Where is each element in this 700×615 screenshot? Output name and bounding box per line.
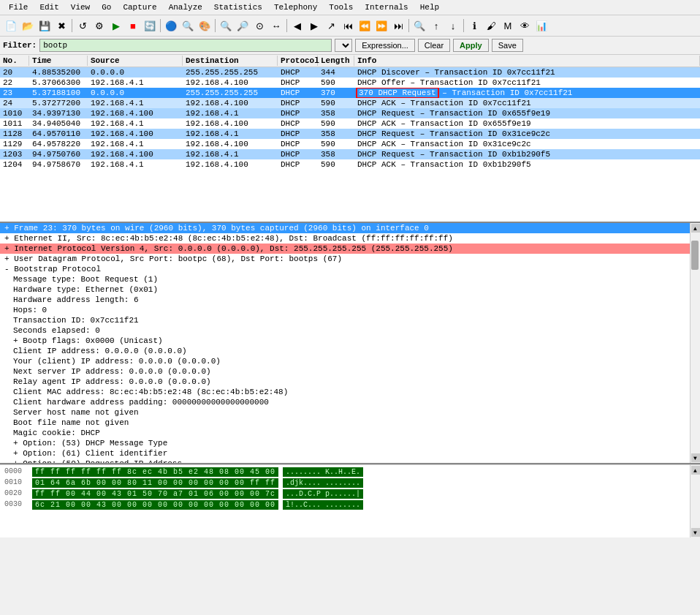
- save-filter-button[interactable]: Save: [492, 39, 523, 52]
- next-packet-button[interactable]: ⏩: [373, 18, 389, 34]
- packet-row[interactable]: 24 5.37277200 192.168.4.1 192.168.4.100 …: [0, 98, 700, 108]
- packet-row[interactable]: 22 5.37066300 192.168.4.1 192.168.4.100 …: [0, 78, 700, 88]
- display-filters-button[interactable]: 🔍: [180, 18, 196, 34]
- detail-frame[interactable]: + Frame 23: 370 bytes on wire (2960 bits…: [0, 223, 690, 233]
- menu-internals[interactable]: Internals: [359, 1, 414, 13]
- clear-button[interactable]: Clear: [418, 39, 450, 52]
- open-button[interactable]: 📂: [20, 18, 36, 34]
- packet-row[interactable]: 20 4.88535200 0.0.0.0 255.255.255.255 DH…: [0, 67, 700, 78]
- zoom-out-button[interactable]: 🔎: [235, 18, 251, 34]
- packet-row-selected[interactable]: 23 5.37188100 0.0.0.0 255.255.255.255 DH…: [0, 88, 700, 98]
- packet-row[interactable]: 1128 64.9570110 192.168.4.100 192.168.4.…: [0, 129, 700, 139]
- zoom-in-button[interactable]: 🔍: [218, 18, 234, 34]
- hex-ascii: ...D.C.P p......|: [283, 489, 363, 499]
- go-to-packet-button[interactable]: ↗: [323, 18, 339, 34]
- go-forward-button[interactable]: ▶: [306, 18, 322, 34]
- detail-item[interactable]: Magic cookie: DHCP: [0, 428, 690, 438]
- find-packet-button[interactable]: 🔍: [411, 18, 427, 34]
- close-button[interactable]: ✖: [53, 18, 69, 34]
- menu-file[interactable]: File: [3, 1, 34, 13]
- go-back-button[interactable]: ◀: [289, 18, 305, 34]
- hex-scrollbar[interactable]: ▲ ▼: [690, 465, 700, 537]
- menu-analyze[interactable]: Analyze: [163, 1, 208, 13]
- detail-item[interactable]: Server host name not given: [0, 407, 690, 418]
- detail-item[interactable]: Message type: Boot Request (1): [0, 274, 690, 284]
- menu-edit[interactable]: Edit: [34, 1, 64, 13]
- menu-tools[interactable]: Tools: [323, 1, 359, 13]
- find-prev-button[interactable]: ↑: [428, 18, 444, 34]
- frame-text: Frame 23: 370 bytes on wire (2960 bits),…: [14, 224, 429, 233]
- scroll-thumb[interactable]: [691, 241, 699, 270]
- menu-bar: File Edit View Go Capture Analyze Statis…: [0, 0, 700, 15]
- menu-capture[interactable]: Capture: [117, 1, 162, 13]
- detail-bootstrap[interactable]: - Bootstrap Protocol: [0, 264, 690, 274]
- header-info: Info: [354, 56, 700, 66]
- graph-button[interactable]: 📊: [533, 18, 549, 34]
- new-capture-button[interactable]: 📄: [3, 18, 19, 34]
- menu-help[interactable]: Help: [414, 1, 445, 13]
- apply-button[interactable]: Apply: [453, 39, 489, 52]
- detail-item[interactable]: Next server IP address: 0.0.0.0 (0.0.0.0…: [0, 366, 690, 377]
- detail-item[interactable]: Relay agent IP address: 0.0.0.0 (0.0.0.0…: [0, 377, 690, 387]
- detail-option-50[interactable]: + Option: (50) Requested IP Address: [0, 459, 690, 463]
- last-packet-button[interactable]: ⏭: [390, 18, 406, 34]
- colorize-packet-button[interactable]: 🖌: [483, 18, 499, 34]
- hex-row: 0000 ff ff ff ff ff ff 8c ec 4b b5 e2 48…: [4, 467, 685, 477]
- start-capture-button[interactable]: ▶: [108, 18, 124, 34]
- restart-capture-button[interactable]: 🔄: [142, 18, 158, 34]
- menu-telephony[interactable]: Telephony: [268, 1, 323, 13]
- packet-row[interactable]: 1010 34.9397130 192.168.4.100 192.168.4.…: [0, 108, 700, 118]
- packet-row[interactable]: 1203 94.9750760 192.168.4.100 192.168.4.…: [0, 149, 700, 159]
- packet-row[interactable]: 1011 34.9405040 192.168.4.1 192.168.4.10…: [0, 118, 700, 129]
- expert-info-button[interactable]: ℹ: [466, 18, 482, 34]
- show-hide-button[interactable]: 👁: [517, 18, 533, 34]
- header-length: Length: [318, 56, 354, 66]
- packet-row[interactable]: 1204 94.9758670 192.168.4.1 192.168.4.10…: [0, 159, 700, 170]
- detail-item[interactable]: + Bootp flags: 0x0000 (Unicast): [0, 336, 690, 346]
- hex-scroll-down[interactable]: ▼: [691, 528, 700, 537]
- zoom-reset-button[interactable]: ⊙: [251, 18, 267, 34]
- colorize-button[interactable]: 🎨: [197, 18, 213, 34]
- detail-item[interactable]: Client hardware address padding: 0000000…: [0, 397, 690, 407]
- menu-view[interactable]: View: [65, 1, 96, 13]
- detail-option-53[interactable]: + Option: (53) DHCP Message Type: [0, 438, 690, 448]
- detail-scrollbar[interactable]: ▲ ▼: [690, 223, 700, 463]
- udp-text: User Datagram Protocol, Src Port: bootpc…: [14, 254, 342, 263]
- reload-button[interactable]: ↺: [75, 18, 91, 34]
- hex-content: 0000 ff ff ff ff ff ff 8c ec 4b b5 e2 48…: [0, 465, 690, 537]
- scroll-up-button[interactable]: ▲: [691, 224, 700, 233]
- menu-statistics[interactable]: Statistics: [208, 1, 268, 13]
- resize-cols-button[interactable]: ↔: [268, 18, 284, 34]
- hex-bytes: ff ff ff ff ff ff 8c ec 4b b5 e2 48 08 0…: [32, 467, 278, 477]
- menu-go[interactable]: Go: [96, 1, 117, 13]
- filter-input[interactable]: [39, 39, 332, 52]
- toolbar-sep-2: [160, 19, 161, 32]
- mark-button[interactable]: M: [500, 18, 516, 34]
- capture-opts-button[interactable]: ⚙: [91, 18, 107, 34]
- detail-item[interactable]: Client IP address: 0.0.0.0 (0.0.0.0): [0, 346, 690, 356]
- detail-item[interactable]: Hardware address length: 6: [0, 295, 690, 305]
- scroll-down-button[interactable]: ▼: [691, 453, 700, 462]
- toolbar-sep-3: [215, 19, 216, 32]
- capture-filters-button[interactable]: 🔵: [163, 18, 179, 34]
- first-packet-button[interactable]: ⏮: [340, 18, 356, 34]
- detail-item[interactable]: Hardware type: Ethernet (0x01): [0, 284, 690, 295]
- detail-item[interactable]: Hops: 0: [0, 305, 690, 315]
- expression-button[interactable]: Expression...: [355, 39, 415, 52]
- save-button[interactable]: 💾: [37, 18, 53, 34]
- packet-row[interactable]: 1129 64.9578220 192.168.4.1 192.168.4.10…: [0, 139, 700, 149]
- detail-udp[interactable]: + User Datagram Protocol, Src Port: boot…: [0, 254, 690, 264]
- detail-ip[interactable]: + Internet Protocol Version 4, Src: 0.0.…: [0, 244, 690, 254]
- hex-scroll-up[interactable]: ▲: [691, 466, 700, 475]
- detail-item[interactable]: Transaction ID: 0x7cc11f21: [0, 315, 690, 325]
- detail-item[interactable]: Client MAC address: 8c:ec:4b:b5:e2:48 (8…: [0, 387, 690, 397]
- detail-item[interactable]: Boot file name not given: [0, 418, 690, 428]
- prev-packet-button[interactable]: ⏪: [357, 18, 373, 34]
- filter-dropdown[interactable]: [335, 39, 352, 52]
- detail-option-61[interactable]: + Option: (61) Client identifier: [0, 448, 690, 459]
- find-next-button[interactable]: ↓: [445, 18, 461, 34]
- detail-item[interactable]: Seconds elapsed: 0: [0, 325, 690, 336]
- detail-item[interactable]: Your (client) IP address: 0.0.0.0 (0.0.0…: [0, 356, 690, 366]
- detail-ethernet[interactable]: + Ethernet II, Src: 8c:ec:4b:b5:e2:48 (8…: [0, 233, 690, 244]
- stop-capture-button[interactable]: ■: [125, 18, 141, 34]
